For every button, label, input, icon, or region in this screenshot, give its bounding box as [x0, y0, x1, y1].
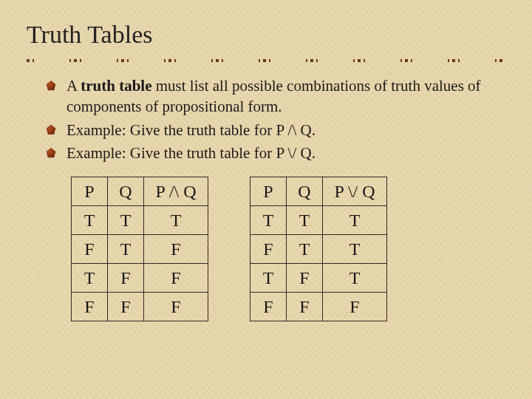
table-row: T T T	[250, 206, 387, 235]
table-cell: F	[144, 293, 208, 321]
bullet-text: Example: Give the truth table for P /\ Q…	[66, 121, 316, 139]
table-cell: T	[323, 235, 387, 264]
truth-table-or: P Q P \/ Q T T T F T T T F T F F	[250, 177, 387, 321]
table-row: P Q P \/ Q	[250, 177, 387, 206]
bullet-text: Example: Give the truth table for P \/ Q…	[66, 144, 316, 162]
table-cell: T	[72, 206, 108, 235]
table-cell: T	[144, 206, 208, 235]
bullet-text-prefix: A	[66, 77, 81, 95]
table-cell: F	[108, 264, 144, 293]
table-cell: F	[144, 264, 208, 293]
table-row: T T T	[72, 206, 208, 235]
bullet-bold-term: truth table	[81, 77, 151, 95]
table-cell: T	[323, 264, 387, 293]
table-row: P Q P /\ Q	[72, 177, 208, 206]
table-cell: T	[108, 206, 144, 235]
table-header-cell: Q	[108, 177, 144, 206]
table-cell: F	[323, 293, 387, 321]
table-header-cell: Q	[287, 177, 323, 206]
table-header-cell: P /\ Q	[144, 177, 208, 206]
table-cell: F	[72, 293, 108, 321]
table-row: F T T	[250, 235, 387, 264]
table-cell: T	[287, 235, 323, 264]
table-row: F F F	[250, 293, 387, 321]
bullet-list: A truth table must list all possible com…	[27, 75, 505, 163]
table-cell: F	[287, 264, 323, 293]
table-cell: T	[287, 206, 323, 235]
truth-table-and: P Q P /\ Q T T T F T F T F F F F	[71, 177, 208, 321]
table-row: F F F	[72, 293, 208, 321]
table-cell: T	[250, 264, 287, 293]
tables-container: P Q P /\ Q T T T F T F T F F F F	[27, 177, 505, 321]
table-cell: F	[144, 235, 208, 264]
bullet-item: Example: Give the truth table for P \/ Q…	[46, 143, 505, 163]
table-header-cell: P \/ Q	[323, 177, 387, 206]
bullet-item: A truth table must list all possible com…	[46, 75, 505, 117]
table-cell: T	[250, 206, 287, 235]
table-cell: F	[108, 293, 144, 321]
divider	[27, 59, 505, 62]
table-header-cell: P	[72, 177, 108, 206]
table-row: F T F	[72, 235, 208, 264]
slide-title: Truth Tables	[27, 21, 505, 49]
table-cell: F	[250, 293, 287, 321]
table-row: T F F	[72, 264, 208, 293]
table-cell: T	[323, 206, 387, 235]
table-cell: T	[72, 264, 108, 293]
bullet-item: Example: Give the truth table for P /\ Q…	[46, 120, 505, 140]
table-cell: F	[287, 293, 323, 321]
table-cell: F	[72, 235, 108, 264]
slide: Truth Tables A truth table must list all…	[0, 0, 532, 336]
table-header-cell: P	[250, 177, 287, 206]
table-row: T F T	[250, 264, 387, 293]
table-cell: F	[250, 235, 287, 264]
table-cell: T	[108, 235, 144, 264]
